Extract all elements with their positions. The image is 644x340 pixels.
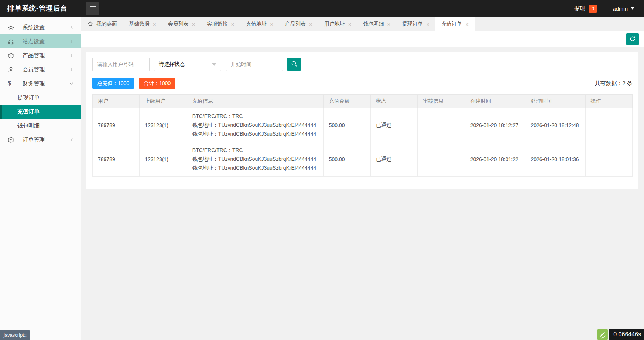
- headset-icon: [8, 38, 17, 45]
- status-select-value: 请选择状态: [159, 61, 185, 68]
- tab-withdraw-orders[interactable]: 提现订单 ×: [396, 17, 435, 31]
- close-icon[interactable]: ×: [192, 21, 195, 27]
- close-icon[interactable]: ×: [348, 21, 352, 27]
- cell-status: 已通过: [370, 108, 417, 142]
- sidebar-item-order-management[interactable]: 订单管理: [0, 133, 81, 147]
- cell-processed-at: 2026-01-20 18:01:36: [525, 142, 585, 176]
- sidebar-item-system-settings[interactable]: 系统设置: [0, 20, 81, 34]
- sidebar-toggle-button[interactable]: [86, 2, 99, 15]
- tab-label: 用户地址: [324, 21, 345, 27]
- sidebar-item-product-management[interactable]: 产品管理: [0, 48, 81, 62]
- sidebar-item-site-settings[interactable]: 站点设置: [0, 34, 81, 48]
- withdraw-label: 提现: [574, 5, 585, 12]
- total-recharge-chip: 总充值：1000: [92, 78, 134, 89]
- recharge-info-line: BTC/ERC/TRC：TRC: [192, 112, 318, 121]
- tab-recharge-address[interactable]: 充值地址 ×: [240, 17, 279, 31]
- status-select[interactable]: 请选择状态: [154, 58, 221, 71]
- hamburger-icon: [89, 6, 96, 12]
- chevron-down-icon: [212, 63, 216, 66]
- record-count: 共有数据：2 条: [595, 80, 633, 87]
- home-icon: [88, 21, 93, 27]
- tab-user-address[interactable]: 用户地址 ×: [318, 17, 357, 31]
- browser-status-link-hint: javascript:;: [0, 330, 30, 340]
- tab-basic-data[interactable]: 基础数据 ×: [123, 17, 162, 31]
- tab-label: 会员列表: [168, 21, 189, 27]
- main-area: 我的桌面 基础数据 × 会员列表 × 客服链接 × 充值地址 × 产品列表 × …: [81, 17, 644, 340]
- search-icon: [291, 61, 297, 68]
- tab-label: 基础数据: [129, 21, 150, 27]
- sidebar-subitem-recharge-orders[interactable]: 充值订单: [0, 105, 81, 119]
- tab-wallet-details[interactable]: 钱包明细 ×: [357, 17, 397, 31]
- username: admin: [613, 6, 628, 12]
- col-header-user: 用户: [93, 95, 140, 108]
- chevron-left-icon: [70, 39, 73, 44]
- sidebar: 系统设置 站点设置 产品管理 会员管理 $ 财务管理: [0, 17, 81, 340]
- cell-parent-user: 123123(1): [140, 108, 187, 142]
- start-time-input[interactable]: [226, 58, 283, 71]
- trace-flame-icon[interactable]: [597, 329, 608, 340]
- col-header-status: 状态: [370, 95, 417, 108]
- tab-label: 产品列表: [285, 21, 306, 27]
- close-icon[interactable]: ×: [153, 21, 156, 27]
- table-row: 789789 123123(1) BTC/ERC/TRC：TRC 钱包地址：TU…: [93, 108, 633, 142]
- summary-row: 总充值：1000 合计：1000 共有数据：2 条: [92, 78, 633, 89]
- cell-created-at: 2026-01-20 18:01:22: [465, 142, 525, 176]
- close-icon[interactable]: ×: [387, 21, 391, 27]
- sidebar-item-label: 站点设置: [23, 38, 45, 45]
- cell-parent-user: 123123(1): [140, 142, 187, 176]
- tab-label: 钱包明细: [363, 21, 384, 27]
- tab-product-list[interactable]: 产品列表 ×: [279, 17, 318, 31]
- sidebar-item-label: 产品管理: [23, 52, 45, 59]
- dollar-icon: $: [8, 80, 17, 87]
- tab-recharge-orders[interactable]: 充值订单 ×: [435, 17, 475, 31]
- col-header-audit-info: 审核信息: [418, 95, 465, 108]
- chevron-left-icon: [70, 137, 73, 142]
- cell-audit-info: [418, 108, 465, 142]
- cell-actions: [585, 108, 632, 142]
- user-number-input[interactable]: [92, 58, 150, 71]
- tab-my-desktop[interactable]: 我的桌面: [82, 17, 123, 31]
- cell-user: 789789: [93, 108, 140, 142]
- cell-created-at: 2026-01-20 18:12:27: [465, 108, 525, 142]
- cell-actions: [585, 142, 632, 176]
- sidebar-item-label: 订单管理: [23, 136, 45, 143]
- cell-amount: 500.00: [323, 108, 370, 142]
- withdraw-count-badge: 0: [589, 5, 597, 13]
- trace-time: 0.066446s: [609, 329, 644, 340]
- content-card: 请选择状态 总充值：1000 合计：1000 共有数据：2 条 用户: [86, 52, 638, 189]
- close-icon[interactable]: ×: [270, 21, 273, 27]
- close-icon[interactable]: ×: [231, 21, 234, 27]
- withdraw-shortcut[interactable]: 提现 0: [574, 5, 597, 13]
- tab-label: 提现订单: [402, 21, 423, 27]
- sidebar-item-finance-management[interactable]: $ 财务管理: [0, 76, 81, 91]
- sidebar-subitem-withdraw-orders[interactable]: 提现订单: [0, 91, 81, 105]
- close-icon[interactable]: ×: [465, 21, 469, 27]
- tab-service-links[interactable]: 客服链接 ×: [201, 17, 240, 31]
- app-title: 排单系统-管理后台: [0, 4, 81, 13]
- gear-icon: [8, 24, 17, 31]
- refresh-button[interactable]: [626, 33, 639, 45]
- col-header-amount: 充值金额: [323, 95, 370, 108]
- sidebar-item-member-management[interactable]: 会员管理: [0, 62, 81, 76]
- chevron-left-icon: [70, 67, 73, 72]
- recharge-info-line: 钱包地址：TUzvndCBknSouKJ3uuSzbrqKrEf4444444: [192, 121, 318, 130]
- tab-member-list[interactable]: 会员列表 ×: [162, 17, 201, 31]
- topbar-right: 提现 0 admin: [574, 5, 644, 13]
- toolbar-strip: [81, 31, 644, 47]
- close-icon[interactable]: ×: [426, 21, 429, 27]
- tab-label: 充值订单: [441, 21, 462, 27]
- sidebar-subitem-wallet-details[interactable]: 钱包明细: [0, 119, 81, 133]
- tab-label: 客服链接: [207, 21, 228, 27]
- close-icon[interactable]: ×: [309, 21, 312, 27]
- cube-icon: [8, 137, 17, 143]
- col-header-actions: 操作: [585, 95, 632, 108]
- filter-row: 请选择状态: [92, 58, 633, 71]
- search-button[interactable]: [287, 58, 301, 71]
- chevron-left-icon: [70, 53, 73, 58]
- user-menu[interactable]: admin: [613, 6, 634, 12]
- sidebar-item-label: 会员管理: [23, 66, 45, 73]
- cell-status: 已通过: [370, 142, 417, 176]
- cell-recharge-info: BTC/ERC/TRC：TRC 钱包地址：TUzvndCBknSouKJ3uuS…: [187, 108, 323, 142]
- cell-recharge-info: BTC/ERC/TRC：TRC 钱包地址：TUzvndCBknSouKJ3uuS…: [187, 142, 323, 176]
- recharge-info-line: BTC/ERC/TRC：TRC: [192, 146, 318, 155]
